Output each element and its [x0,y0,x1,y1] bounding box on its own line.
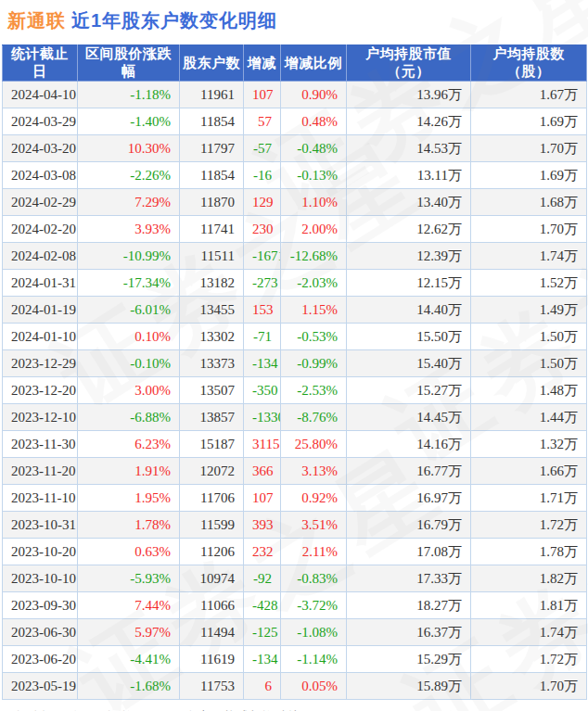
cell-delta: 366 [244,458,281,485]
cell-holders: 11854 [180,108,244,135]
table-row: 2024-03-08 -2.26% 11854 -16 -0.13% 13.11… [3,162,587,189]
cell-holders: 11797 [180,135,244,162]
cell-avg-value: 12.15万 [347,270,471,297]
table-row: 2024-02-08 -10.99% 11511 -1671 -12.68% 1… [3,243,587,270]
cell-avg-value: 12.39万 [347,243,471,270]
cell-date: 2023-12-10 [3,404,78,431]
cell-ratio: 2.00% [281,216,347,243]
cell-delta: -1671 [244,243,281,270]
cell-holders: 11206 [180,539,244,565]
cell-date: 2024-01-31 [3,270,78,297]
cell-ratio: 3.13% [281,458,347,485]
cell-change: 0.63% [78,539,180,565]
cell-delta: 6 [244,673,281,700]
cell-delta: 107 [244,485,281,512]
cell-avg-value: 13.96万 [347,82,471,108]
cell-change: 3.93% [78,216,180,243]
title-text: 近1年股东户数变化明细 [71,10,277,31]
cell-ratio: 25.80% [281,431,347,458]
cell-ratio: -1.14% [281,646,347,673]
cell-change: 3.00% [78,377,180,404]
cell-avg-shares: 1.52万 [471,270,587,297]
cell-avg-shares: 1.71万 [471,485,587,512]
cell-ratio: 1.15% [281,297,347,324]
cell-change: 1.95% [78,485,180,512]
cell-change: 6.23% [78,431,180,458]
cell-ratio: -0.83% [281,565,347,592]
cell-avg-shares: 1.67万 [471,82,587,108]
cell-holders: 11511 [180,243,244,270]
cell-avg-value: 14.53万 [347,135,471,162]
cell-ratio: -12.68% [281,243,347,270]
cell-ratio: -8.76% [281,404,347,431]
cell-date: 2023-11-10 [3,485,78,512]
cell-ratio: -0.99% [281,350,347,377]
cell-ratio: -3.72% [281,592,347,619]
table-row: 2023-06-20 -4.41% 11619 -134 -1.14% 15.2… [3,646,587,673]
cell-delta: -273 [244,270,281,297]
cell-delta: -428 [244,592,281,619]
cell-ratio: -0.48% [281,135,347,162]
cell-ratio: -0.13% [281,162,347,189]
cell-holders: 11961 [180,82,244,108]
cell-ratio: 0.92% [281,485,347,512]
cell-avg-shares: 1.32万 [471,431,587,458]
cell-avg-shares: 1.69万 [471,162,587,189]
column-header-date: 统计截止日 [3,45,78,82]
cell-delta: 107 [244,82,281,108]
table-row: 2024-04-10 -1.18% 11961 107 0.90% 13.96万… [3,82,587,108]
cell-date: 2024-04-10 [3,82,78,108]
cell-avg-shares: 1.81万 [471,592,587,619]
cell-avg-shares: 1.74万 [471,619,587,646]
cell-change: -5.93% [78,565,180,592]
cell-date: 2024-01-19 [3,297,78,324]
cell-holders: 11066 [180,592,244,619]
cell-holders: 11599 [180,512,244,539]
cell-ratio: 0.90% [281,82,347,108]
cell-avg-value: 14.26万 [347,108,471,135]
table-body: 2024-04-10 -1.18% 11961 107 0.90% 13.96万… [3,82,587,700]
cell-ratio: -0.53% [281,324,347,350]
cell-avg-value: 16.37万 [347,619,471,646]
cell-change: 10.30% [78,135,180,162]
page-title: 新通联近1年股东户数变化明细 [7,8,588,33]
cell-date: 2023-11-20 [3,458,78,485]
cell-avg-value: 18.27万 [347,592,471,619]
cell-date: 2024-03-29 [3,108,78,135]
table-row: 2023-06-30 5.97% 11494 -125 -1.08% 16.37… [3,619,587,646]
cell-delta: -71 [244,324,281,350]
table-row: 2024-02-29 7.29% 11870 129 1.10% 13.40万 … [3,189,587,216]
cell-avg-value: 12.62万 [347,216,471,243]
cell-date: 2024-01-10 [3,324,78,350]
cell-avg-shares: 1.44万 [471,404,587,431]
cell-ratio: 1.10% [281,189,347,216]
table-row: 2023-12-29 -0.10% 13373 -134 -0.99% 15.4… [3,350,587,377]
cell-delta: 129 [244,189,281,216]
cell-change: -2.26% [78,162,180,189]
cell-change: 1.78% [78,512,180,539]
cell-date: 2023-06-20 [3,646,78,673]
cell-change: -6.88% [78,404,180,431]
cell-delta: -125 [244,619,281,646]
cell-date: 2023-12-29 [3,350,78,377]
cell-date: 2024-02-20 [3,216,78,243]
cell-holders: 11494 [180,619,244,646]
cell-holders: 15187 [180,431,244,458]
column-header-delta: 增减 [244,45,281,82]
cell-change: -6.01% [78,297,180,324]
cell-ratio: 0.05% [281,673,347,700]
cell-change: 7.44% [78,592,180,619]
cell-avg-shares: 1.72万 [471,646,587,673]
cell-avg-value: 15.40万 [347,350,471,377]
cell-holders: 13857 [180,404,244,431]
table-row: 2023-11-10 1.95% 11706 107 0.92% 16.97万 … [3,485,587,512]
cell-avg-shares: 1.70万 [471,673,587,700]
cell-delta: -16 [244,162,281,189]
table-row: 2024-03-29 -1.40% 11854 57 0.48% 14.26万 … [3,108,587,135]
column-header-change: 区间股价涨跌幅 [78,45,180,82]
cell-avg-shares: 1.50万 [471,324,587,350]
table-row: 2023-11-20 1.91% 12072 366 3.13% 16.77万 … [3,458,587,485]
cell-change: -10.99% [78,243,180,270]
cell-holders: 11854 [180,162,244,189]
cell-ratio: -2.03% [281,270,347,297]
